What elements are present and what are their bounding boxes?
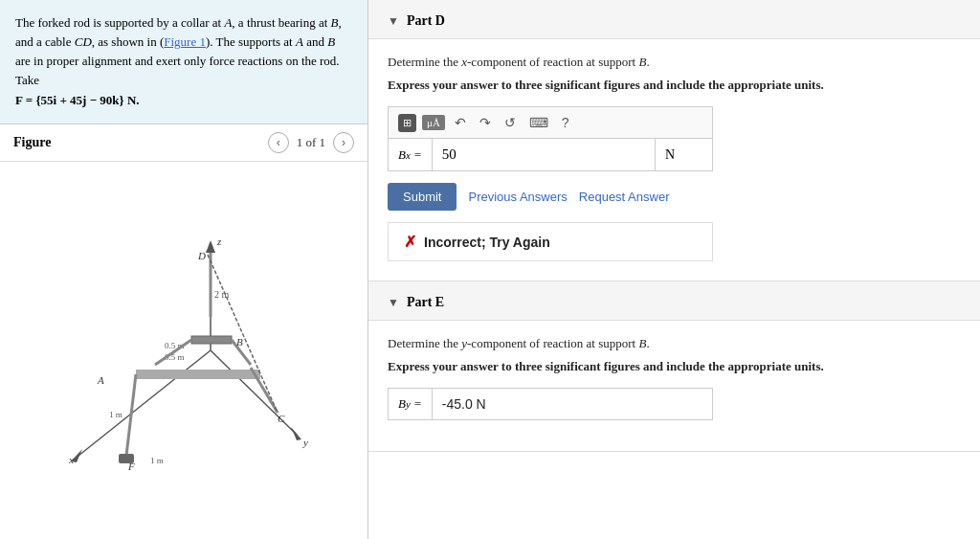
- y-axis-arrow: [291, 427, 301, 440]
- action-row: Submit Previous Answers Request Answer: [388, 183, 961, 211]
- figure-title: Figure: [13, 135, 51, 150]
- part-d-instructions: Express your answer to three significant…: [388, 78, 961, 93]
- request-answer-link[interactable]: Request Answer: [579, 190, 670, 204]
- keyboard-button[interactable]: ⌨: [525, 113, 552, 132]
- z-axis-arrow: [206, 240, 215, 253]
- part-e-section: ▼ Part E Determine the y-component of re…: [368, 281, 980, 452]
- part-e-instructions: Express your answer to three significant…: [388, 359, 961, 374]
- grid-icon[interactable]: ⊞: [403, 117, 412, 129]
- page-indicator: 1 of 1: [297, 135, 325, 150]
- next-figure-button[interactable]: ›: [333, 132, 354, 153]
- figure-section: Figure ‹ 1 of 1 › z y x: [0, 124, 368, 539]
- submit-button[interactable]: Submit: [388, 183, 457, 211]
- part-d-collapse-arrow: ▼: [388, 14, 399, 29]
- b-platform: [191, 336, 232, 344]
- d-label: D: [197, 250, 206, 261]
- mu-icon[interactable]: μÅ: [422, 115, 445, 130]
- part-d-section: ▼ Part D Determine the x-component of re…: [368, 0, 980, 281]
- refresh-button[interactable]: ↺: [501, 113, 520, 132]
- problem-text-content: The forked rod is supported by a collar …: [15, 15, 342, 107]
- prev-figure-button[interactable]: ‹: [268, 132, 289, 153]
- figure-image-container: z y x D 2 m: [0, 162, 368, 539]
- figure-header: Figure ‹ 1 of 1 ›: [0, 124, 368, 162]
- answer-input-row: Bx = N: [388, 138, 713, 171]
- help-button[interactable]: ?: [558, 113, 573, 132]
- redo-button[interactable]: ↷: [476, 113, 495, 132]
- incorrect-icon: ✗: [404, 233, 416, 251]
- toolbar-icon-group: ⊞: [398, 114, 416, 132]
- rod-to-f: [126, 374, 136, 456]
- undo-button[interactable]: ↶: [451, 113, 470, 132]
- result-text: Incorrect; Try Again: [424, 235, 550, 250]
- answer-value-by: -45.0 N: [433, 389, 712, 419]
- figure-svg: z y x D 2 m: [50, 226, 318, 475]
- answer-label-bx: Bx =: [389, 139, 433, 170]
- part-d-body: Determine the x-component of reaction at…: [368, 39, 980, 281]
- right-panel: ▼ Part D Determine the x-component of re…: [368, 0, 980, 539]
- part-d-question: Determine the x-component of reaction at…: [388, 55, 961, 70]
- 1m-label1: 1 m: [109, 410, 122, 419]
- f-label: F: [127, 460, 135, 472]
- a-label: A: [97, 374, 104, 386]
- problem-statement: The forked rod is supported by a collar …: [0, 0, 368, 124]
- rod-to-c: [251, 368, 278, 413]
- z-axis-label: z: [216, 236, 222, 247]
- force-equation: F = {55i + 45j − 90k} N.: [15, 93, 140, 107]
- 1m-label2: 1 m: [150, 456, 164, 465]
- answer-label-by: By =: [389, 389, 433, 419]
- part-e-question: Determine the y-component of reaction at…: [388, 336, 961, 351]
- part-d-header[interactable]: ▼ Part D: [368, 0, 980, 39]
- answer-input-bx[interactable]: [433, 139, 655, 170]
- answer-unit-bx: N: [655, 139, 712, 170]
- x-axis-line: [78, 350, 211, 456]
- part-d-title: Part D: [407, 13, 445, 29]
- answer-toolbar: ⊞ μÅ ↶ ↷ ↺ ⌨ ?: [388, 106, 713, 138]
- cable-dc: [208, 255, 278, 413]
- y-axis-label: y: [302, 437, 308, 448]
- left-panel: The forked rod is supported by a collar …: [0, 0, 368, 539]
- answer-display-row-e: By = -45.0 N: [388, 388, 713, 420]
- result-box: ✗ Incorrect; Try Again: [388, 222, 713, 261]
- part-e-collapse-arrow: ▼: [388, 296, 399, 310]
- part-e-header[interactable]: ▼ Part E: [368, 281, 980, 321]
- figure-link[interactable]: Figure 1: [164, 34, 206, 49]
- previous-answers-link[interactable]: Previous Answers: [468, 190, 567, 204]
- part-e-title: Part E: [407, 295, 444, 310]
- c-label: C: [278, 413, 285, 424]
- part-e-body: Determine the y-component of reaction at…: [368, 321, 980, 451]
